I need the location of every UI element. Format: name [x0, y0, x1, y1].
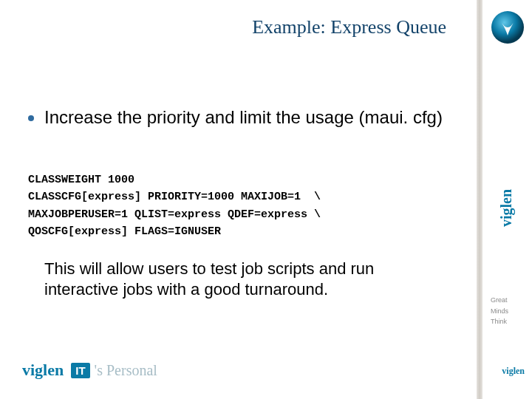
footer-logo: viglen IT 's Personal: [22, 361, 157, 380]
summary-text: This will allow users to test job script…: [44, 259, 429, 299]
company-logo-icon: [489, 9, 526, 46]
code-line: CLASSCFG[express] PRIORITY=1000 MAXIJOB=…: [28, 191, 321, 203]
code-line: CLASSWEIGHT 1000: [28, 174, 134, 186]
code-line: MAXJOBPERUSER=1 QLIST=express QDEF=expre…: [28, 208, 321, 221]
brand-word: viglen: [22, 361, 64, 380]
side-tagline: Great Minds Think: [485, 296, 528, 328]
bullet-text: Increase the priority and limit the usag…: [44, 106, 443, 129]
side-mini-brand: viglen: [502, 366, 525, 377]
code-line: QOSCFG[express] FLAGS=IGNUSER: [28, 225, 221, 238]
side-brand-word: viglen: [498, 187, 515, 230]
bullet-icon: [28, 115, 34, 121]
tagline-word: Think: [491, 317, 528, 327]
slide-title: Example: Express Queue: [0, 16, 446, 38]
it-badge: IT: [71, 363, 89, 378]
slide: Example: Express Queue Increase the prio…: [0, 0, 532, 399]
vertical-divider: [477, 0, 482, 399]
code-block: CLASSWEIGHT 1000 CLASSCFG[express] PRIOR…: [28, 171, 321, 240]
tagline-word: Minds: [491, 307, 528, 316]
tagline-word: Great: [491, 296, 528, 305]
tagline: 's Personal: [95, 362, 157, 379]
side-brand: viglen: [485, 170, 528, 246]
bullet-item: Increase the priority and limit the usag…: [28, 106, 443, 129]
